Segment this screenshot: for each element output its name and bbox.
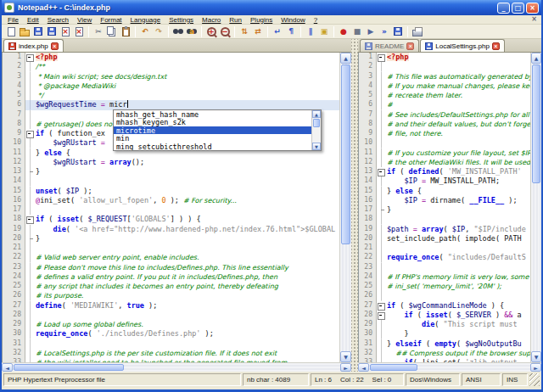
tab-readme[interactable]: README× — [360, 39, 419, 52]
code-line: 6$wgRequestTime = micr — [3, 100, 339, 109]
close-all-docs-icon[interactable]: × — [72, 25, 86, 38]
redo-icon[interactable]: ↷ — [152, 25, 165, 38]
right-hscroll-thumb[interactable] — [370, 364, 417, 371]
code-text: # If you customize your file layout, set… — [385, 148, 530, 158]
code-text: if ( isset( $_SERVER ) && a — [385, 311, 530, 320]
right-editor[interactable]: 1<?php23# This file was automatically ge… — [359, 53, 530, 362]
print-icon[interactable] — [411, 25, 424, 38]
cut-icon[interactable]: ✂ — [92, 25, 105, 38]
menubar-close-icon[interactable]: × — [531, 16, 537, 23]
tab-close-icon[interactable]: × — [51, 42, 59, 50]
scroll-down-icon[interactable]: ▼ — [312, 143, 321, 150]
fold-collapse-icon[interactable] — [377, 53, 385, 62]
find-icon[interactable] — [171, 25, 185, 38]
menu-item-view[interactable]: View — [73, 16, 96, 24]
sync-horizontal-icon[interactable]: ⇄ — [251, 25, 265, 38]
autocomplete-scrollbar[interactable]: ▲ ▼ — [311, 110, 321, 150]
code-text: $path = array( $IP, "$IP/include — [385, 225, 530, 234]
left-editor[interactable]: 1<?php2/**3 * Main wiki script; see docs… — [3, 53, 339, 362]
scroll-left-icon[interactable]: ◄ — [358, 363, 369, 372]
line-number: 18 — [359, 215, 377, 224]
open-folder-icon[interactable] — [18, 25, 31, 38]
fold-collapse-icon[interactable] — [25, 129, 34, 138]
menu-item-[interactable]: ? — [310, 16, 322, 24]
autocomplete-item[interactable]: mhash_get_hash_name — [114, 110, 311, 118]
user-define-dialog-icon[interactable]: ▣ — [317, 25, 331, 38]
menu-item-language[interactable]: Language — [126, 16, 165, 24]
new-file-icon[interactable] — [4, 25, 18, 38]
paste-icon[interactable] — [119, 25, 132, 38]
menu-item-format[interactable]: Format — [96, 16, 126, 24]
indent-guide-icon[interactable]: ∥ — [304, 25, 317, 38]
scroll-down-icon[interactable]: ▼ — [340, 351, 351, 362]
fold-collapse-icon[interactable] — [377, 167, 385, 176]
undo-icon[interactable]: ↶ — [138, 25, 152, 38]
right-vertical-scrollbar[interactable]: ▲ ▼ — [530, 53, 541, 362]
scroll-up-icon[interactable]: ▲ — [531, 53, 541, 64]
menu-item-file[interactable]: File — [3, 16, 23, 24]
tab-localsettings-php[interactable]: LocalSettings.php× — [420, 39, 505, 52]
menu-item-plugins[interactable]: Plugins — [246, 16, 277, 24]
pane-splitter[interactable] — [351, 39, 358, 372]
macro-play-icon[interactable]: ▶ — [364, 25, 378, 38]
menu-item-run[interactable]: Run — [225, 16, 246, 24]
tab-close-icon[interactable]: × — [492, 42, 500, 50]
autocomplete-item[interactable]: microtime — [114, 126, 311, 134]
fold-margin — [377, 339, 385, 349]
resize-grip[interactable] — [529, 373, 540, 386]
autocomplete-item[interactable]: min — [114, 134, 311, 142]
menu-item-macro[interactable]: Macro — [198, 16, 225, 24]
macro-stop-icon[interactable]: ■ — [350, 25, 364, 38]
menu-item-edit[interactable]: Edit — [23, 16, 43, 24]
scroll-left-icon[interactable]: ◄ — [2, 363, 13, 372]
save-icon[interactable] — [31, 25, 45, 38]
macro-save-icon[interactable] — [391, 25, 405, 38]
scroll-up-icon[interactable]: ▲ — [340, 53, 351, 64]
right-vscroll-thumb[interactable] — [532, 64, 540, 183]
find-replace-icon[interactable]: a — [185, 25, 199, 38]
tab-close-icon[interactable]: × — [406, 42, 414, 50]
autocomplete-scroll-thumb[interactable] — [313, 119, 320, 127]
code-line: 23 — [359, 263, 530, 272]
left-horizontal-scrollbar[interactable]: ◄ ► — [2, 362, 351, 372]
scroll-right-icon[interactable]: ► — [340, 363, 351, 372]
macro-record-icon[interactable]: ● — [337, 25, 350, 38]
saved-file-icon — [365, 42, 372, 50]
left-hscroll-thumb[interactable] — [14, 364, 124, 371]
fold-collapse-icon[interactable] — [377, 301, 385, 311]
fold-collapse-icon[interactable] — [25, 215, 34, 224]
close-button[interactable]: × — [526, 3, 539, 14]
code-line: 19 die( '<a href="http://www.hardened-ph… — [3, 225, 339, 234]
maximize-button[interactable]: □ — [512, 3, 524, 14]
menu-item-window[interactable]: Window — [277, 16, 309, 24]
show-all-chars-icon[interactable]: ¶ — [284, 25, 298, 38]
title-bar[interactable]: Notepad++ - C:\index.php _ □ × — [2, 0, 541, 15]
scroll-right-icon[interactable]: ► — [530, 363, 541, 372]
scroll-down-icon[interactable]: ▼ — [531, 351, 541, 362]
fold-collapse-icon[interactable] — [377, 311, 385, 320]
code-text: # — [385, 100, 530, 109]
zoom-in-icon[interactable]: + — [204, 25, 218, 38]
menu-item-settings[interactable]: Settings — [165, 16, 198, 24]
zoom-out-icon[interactable]: − — [218, 25, 232, 38]
fold-collapse-icon[interactable] — [25, 53, 34, 62]
left-vscroll-thumb[interactable] — [341, 64, 350, 244]
autocomplete-item[interactable]: ming_setcubicthreshold — [114, 143, 311, 150]
tab-index-php[interactable]: index.php× — [3, 39, 64, 52]
save-all-icon[interactable] — [45, 25, 59, 38]
close-doc-icon[interactable]: × — [59, 25, 72, 38]
text-caret — [127, 100, 128, 108]
word-wrap-icon[interactable]: ↵ — [271, 25, 284, 38]
right-horizontal-scrollbar[interactable]: ◄ ► — [358, 362, 541, 372]
scroll-up-icon[interactable]: ▲ — [312, 110, 321, 118]
autocomplete-popup: mhash_get_hash_namemhash_keygen_s2kmicro… — [113, 109, 322, 151]
line-number: 12 — [3, 158, 25, 167]
left-vertical-scrollbar[interactable]: ▲ ▼ — [339, 53, 351, 362]
copy-icon[interactable] — [105, 25, 119, 38]
menu-item-search[interactable]: Search — [43, 16, 73, 24]
macro-run-multiple-icon[interactable]: » — [378, 25, 391, 38]
line-number: 22 — [3, 253, 25, 262]
minimize-button[interactable]: _ — [497, 3, 510, 14]
autocomplete-item[interactable]: mhash_keygen_s2k — [114, 118, 311, 126]
sync-vertical-icon[interactable]: ⇅ — [238, 25, 251, 38]
